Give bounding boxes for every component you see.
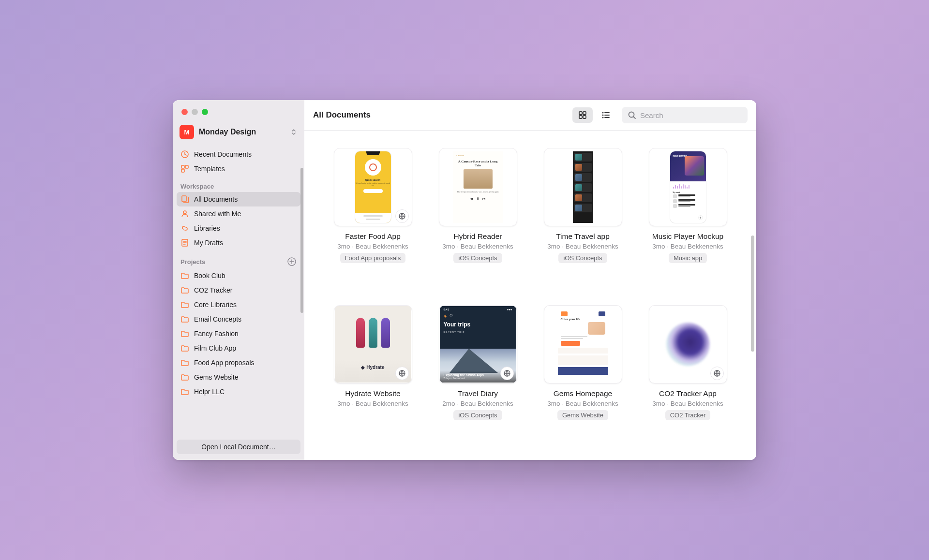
project-label: Book Club: [194, 272, 225, 280]
svg-rect-4: [182, 196, 186, 202]
sidebar-scrollbar[interactable]: [300, 168, 303, 390]
svg-point-12: [602, 112, 604, 114]
search-input[interactable]: [640, 111, 742, 119]
document-thumbnail: [649, 305, 727, 383]
document-tag[interactable]: iOS Concepts: [558, 253, 607, 263]
document-card[interactable]: ◆ Hydrate Hydrate Website 3mo · Beau Bek…: [328, 305, 418, 443]
sidebar-footer: Open Local Document…: [173, 435, 304, 460]
sidebar-item-recent[interactable]: Recent Documents: [177, 147, 300, 162]
sidebar-item-shared[interactable]: Shared with Me: [177, 206, 300, 221]
project-label: Email Concepts: [194, 315, 241, 323]
project-label: Fancy Fashion: [194, 330, 239, 338]
minimize-window-button[interactable]: [192, 109, 198, 115]
svg-rect-1: [181, 165, 184, 168]
main-panel: All Documents Quick searchSet your locat…: [304, 100, 756, 460]
document-tag[interactable]: Music app: [669, 253, 707, 263]
toolbar: All Documents: [304, 100, 756, 131]
document-card[interactable]: Quick searchSet your location to start e…: [328, 148, 418, 286]
document-tag[interactable]: iOS Concepts: [453, 410, 502, 420]
document-thumbnail: ChesterA Caucus-Race and a Long TaleThe …: [439, 148, 517, 226]
document-title: Time Travel app: [556, 232, 610, 241]
globe-icon: [500, 367, 514, 380]
svg-point-14: [602, 117, 604, 118]
document-tag[interactable]: Food App proposals: [340, 253, 406, 263]
svg-point-13: [602, 115, 604, 116]
project-item[interactable]: Core Libraries: [177, 297, 300, 312]
project-item[interactable]: CO2 Tracker: [177, 283, 300, 297]
document-meta: 3mo · Beau Bekkenenks: [337, 400, 408, 407]
project-item[interactable]: Food App proposals: [177, 355, 300, 370]
main-scrollbar[interactable]: [751, 236, 754, 352]
nav-label: Libraries: [194, 224, 220, 232]
templates-icon: [180, 164, 189, 173]
clock-icon: [180, 150, 189, 159]
document-meta: 3mo · Beau Bekkenenks: [337, 243, 408, 250]
section-header-projects: Projects: [177, 250, 300, 268]
project-item[interactable]: Book Club: [177, 268, 300, 283]
document-tag[interactable]: CO2 Tracker: [665, 410, 711, 420]
folder-icon: [180, 387, 189, 396]
document-card[interactable]: 9:41●●●◈♡Your tripsRECENT TRIPExploring …: [433, 305, 523, 443]
add-project-button[interactable]: [287, 257, 297, 266]
search-box[interactable]: [622, 107, 748, 123]
document-card[interactable]: CO2 Tracker App 3mo · Beau Bekkenenks CO…: [643, 305, 733, 443]
document-tag[interactable]: Gems Website: [557, 410, 608, 420]
document-title: Hybrid Reader: [454, 232, 502, 241]
sidebar-item-templates[interactable]: Templates: [177, 162, 300, 176]
workspace-switcher[interactable]: M Monday Design: [173, 119, 304, 144]
svg-rect-3: [181, 169, 184, 172]
document-card[interactable]: Time Travel app 3mo · Beau Bekkenenks iO…: [538, 148, 628, 286]
project-label: CO2 Tracker: [194, 286, 232, 294]
document-card[interactable]: Now playingUp next+ Music Player Mockup …: [643, 148, 733, 286]
svg-rect-8: [579, 112, 582, 115]
document-card[interactable]: Color your life Gems Homepage 3mo · Beau…: [538, 305, 628, 443]
sidebar: M Monday Design Recent Documents Templat…: [173, 100, 304, 460]
sidebar-item-libraries[interactable]: Libraries: [177, 221, 300, 236]
sidebar-item-all-documents[interactable]: All Documents: [177, 192, 300, 206]
project-label: Gems Website: [194, 373, 239, 381]
document-thumbnail: Quick searchSet your location to start e…: [334, 148, 412, 226]
svg-rect-9: [583, 112, 586, 115]
document-thumbnail: [544, 148, 622, 226]
zoom-window-button[interactable]: [202, 109, 208, 115]
folder-icon: [180, 286, 189, 295]
search-icon: [628, 111, 636, 119]
document-thumbnail: 9:41●●●◈♡Your tripsRECENT TRIPExploring …: [439, 305, 517, 383]
project-label: Helpr LLC: [194, 388, 225, 396]
list-view-button[interactable]: [596, 107, 616, 123]
open-local-document-button[interactable]: Open Local Document…: [177, 440, 300, 454]
sidebar-item-drafts[interactable]: My Drafts: [177, 236, 300, 250]
document-thumbnail: Color your life: [544, 305, 622, 383]
globe-icon: [395, 367, 409, 380]
workspace-icon: M: [180, 125, 194, 139]
link-icon: [180, 224, 189, 233]
document-grid: Quick searchSet your location to start e…: [304, 131, 756, 460]
project-item[interactable]: Helpr LLC: [177, 384, 300, 399]
folder-icon: [180, 344, 189, 353]
folder-icon: [180, 373, 189, 382]
project-item[interactable]: Gems Website: [177, 370, 300, 384]
document-tag[interactable]: iOS Concepts: [453, 253, 502, 263]
project-label: Food App proposals: [194, 359, 255, 367]
project-item[interactable]: Email Concepts: [177, 312, 300, 326]
grid-view-button[interactable]: [572, 107, 593, 123]
document-meta: 2mo · Beau Bekkenenks: [442, 400, 513, 407]
close-window-button[interactable]: [181, 109, 188, 115]
folder-icon: [180, 271, 189, 280]
project-label: Core Libraries: [194, 301, 237, 309]
nav-label: Templates: [194, 165, 225, 173]
nav-label: My Drafts: [194, 239, 223, 247]
document-meta: 3mo · Beau Bekkenenks: [547, 243, 618, 250]
document-title: Travel Diary: [458, 389, 498, 398]
document-card[interactable]: ChesterA Caucus-Race and a Long TaleThe …: [433, 148, 523, 286]
folder-icon: [180, 300, 189, 309]
project-item[interactable]: Fancy Fashion: [177, 326, 300, 341]
project-item[interactable]: Film Club App: [177, 341, 300, 355]
document-meta: 3mo · Beau Bekkenenks: [442, 243, 513, 250]
chevron-up-down-icon: [290, 127, 298, 137]
page-title: All Documents: [313, 110, 567, 120]
document-meta: 3mo · Beau Bekkenenks: [652, 243, 723, 250]
workspace-name: Monday Design: [199, 128, 285, 136]
person-icon: [180, 209, 189, 218]
svg-rect-2: [185, 165, 188, 168]
